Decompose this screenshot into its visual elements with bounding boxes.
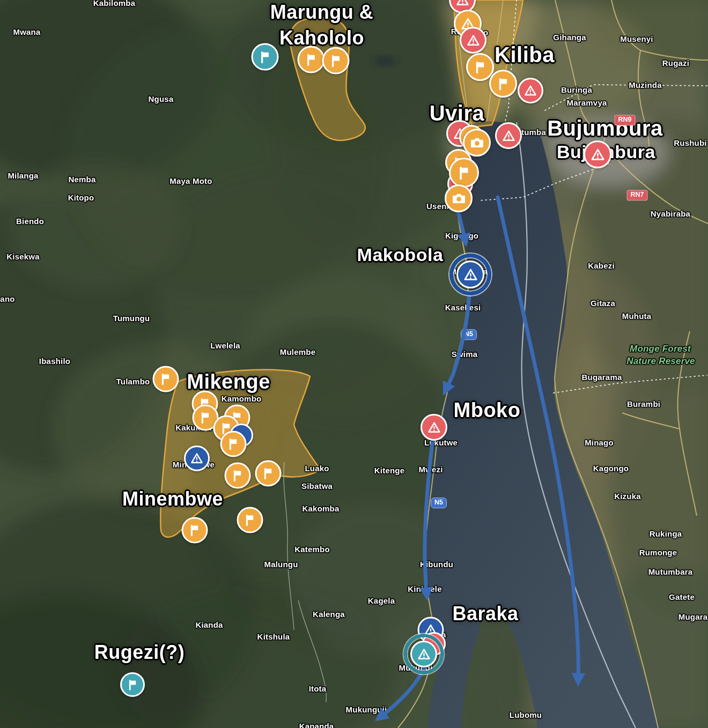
warning-icon (190, 451, 204, 465)
marker-flag-yellow[interactable] (322, 47, 350, 75)
map-canvas[interactable]: Marungu &KahololoKilibaUviraBujumburaBuj… (0, 0, 708, 728)
marker-flag-teal[interactable] (252, 43, 279, 71)
warning-icon (427, 420, 441, 435)
flag-icon (126, 678, 139, 692)
marker-layer (0, 0, 708, 728)
warning-icon (523, 84, 537, 98)
flag-icon (473, 60, 488, 75)
marker-flag-yellow[interactable] (153, 366, 179, 392)
flag-icon (257, 49, 272, 64)
flag-icon (456, 165, 473, 181)
flag-icon (261, 466, 276, 481)
flag-icon (328, 53, 343, 68)
marker-flag-teal[interactable] (120, 672, 145, 697)
marker-warning-red[interactable] (518, 78, 543, 103)
marker-flag-yellow[interactable] (182, 517, 208, 544)
flag-icon (231, 469, 245, 483)
warning-icon (590, 147, 606, 162)
marker-warning-red[interactable] (421, 414, 447, 441)
marker-warning-red[interactable] (495, 122, 522, 149)
warning-icon (417, 647, 431, 662)
marker-flag-yellow[interactable] (237, 507, 263, 533)
marker-flag-yellow[interactable] (225, 463, 251, 489)
warning-icon (502, 129, 516, 143)
warning-icon (463, 267, 478, 283)
warning-icon (455, 0, 470, 8)
flag-icon (304, 52, 319, 67)
flag-icon (188, 523, 202, 538)
marker-flag-yellow[interactable] (255, 460, 282, 487)
marker-flag-yellow[interactable] (489, 70, 517, 98)
flag-icon (159, 372, 173, 387)
camera-icon (469, 135, 485, 151)
marker-warning-blue[interactable] (456, 261, 484, 288)
marker-camera-yellow[interactable] (445, 184, 473, 212)
marker-flag-yellow[interactable] (220, 431, 247, 457)
marker-warning-red[interactable] (460, 27, 486, 54)
flag-icon (198, 411, 213, 425)
flag-icon (496, 76, 511, 92)
marker-flag-yellow[interactable] (298, 46, 325, 73)
warning-icon (466, 33, 481, 48)
flag-icon (243, 513, 257, 528)
marker-flag-yellow[interactable] (449, 158, 479, 188)
marker-flag-yellow[interactable] (466, 53, 494, 81)
marker-warning-red[interactable] (584, 140, 611, 168)
camera-icon (451, 191, 467, 206)
marker-warning-blue[interactable] (184, 445, 210, 471)
flag-icon (226, 437, 241, 451)
marker-warning-teal[interactable] (410, 641, 437, 667)
